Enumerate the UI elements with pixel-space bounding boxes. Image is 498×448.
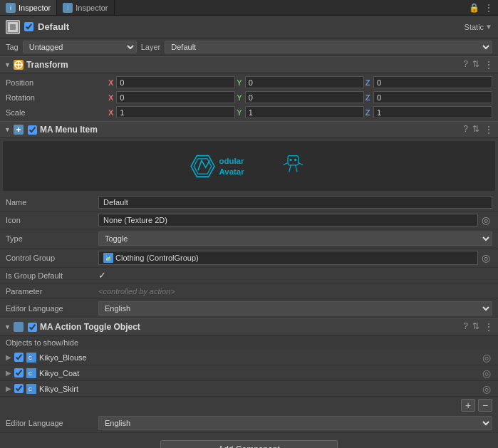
add-item-btn[interactable]: + [461,399,475,412]
blouse-checkbox[interactable] [14,353,24,362]
ma-group-default-label: Is Group Default [6,271,98,280]
ma-menu-help-icon[interactable]: ? [463,124,468,135]
position-y-label: Y [237,78,243,87]
blouse-target-btn[interactable]: ◎ [481,352,492,363]
ma-editor-lang-select[interactable]: English [98,301,492,316]
skirt-checkbox[interactable] [14,384,24,393]
ma-action-section-actions: ? ⇅ ⋮ [463,321,494,333]
layer-select[interactable]: Default [165,41,492,53]
ma-editor-lang-row: Editor Language English [0,299,498,318]
ma-icon-label: Icon [6,216,98,224]
svg-line-15 [298,163,303,165]
static-dropdown-arrow[interactable]: ▼ [485,23,492,31]
rotation-x-field: X [108,91,235,103]
coat-checkbox[interactable] [14,368,24,377]
inspector-window: i Inspector i Inspector 🔒 ⋮ Default Stat… [0,0,498,448]
coat-target-btn[interactable]: ◎ [481,368,492,379]
svg-line-16 [289,165,290,172]
ma-control-group-container: 🎽 Clothing (ControlGroup) ◎ [98,251,492,265]
tab-actions: 🔒 ⋮ [465,0,498,15]
svg-rect-2 [10,24,16,30]
ma-name-value[interactable]: Default [98,196,492,209]
svg-text:C: C [28,371,32,376]
skirt-name: Kikyo_Skirt [39,385,478,393]
scale-row: Scale X Y Z [0,105,498,120]
tab-label-1: Inspector [19,4,51,12]
scrollable-content: Default Static ▼ Tag Untagged Layer Defa… [0,16,498,448]
object-icon [6,20,20,34]
position-y-field: Y [237,76,363,88]
coat-icon: C [26,368,36,378]
ma-icon-picker-btn[interactable]: ◎ [479,214,492,226]
scale-x-input[interactable] [116,106,235,118]
svg-text:odular: odular [219,157,244,165]
transform-section-header: ▼ Transform ? ⇅ ⋮ [0,56,498,73]
ma-menu-enabled-checkbox[interactable] [28,125,37,135]
ma-action-toggle-section-header: ▼ MA Action Toggle Object ? ⇅ ⋮ [0,318,498,335]
rotation-x-label: X [108,93,115,102]
ma-name-row: Name Default [0,194,498,212]
rotation-y-field: Y [237,91,363,103]
list-item-blouse: ▶ C Kikyo_Blouse ◎ [0,350,498,365]
rotation-z-input[interactable] [373,91,492,103]
ma-action-settings-icon[interactable]: ⇅ [472,321,479,333]
rotation-x-input[interactable] [116,91,235,103]
scale-x-field: X [108,106,235,118]
ma-action-help-icon[interactable]: ? [463,321,468,333]
ma-action-enabled-checkbox[interactable] [28,323,37,332]
ma-control-group-value: 🎽 Clothing (ControlGroup) [98,251,478,265]
transform-fields: Position X Y Z [0,73,498,121]
transform-title: Transform [26,60,460,70]
object-enabled-checkbox[interactable] [24,22,33,31]
ma-group-default-check: ✓ [98,270,106,281]
transform-icon [14,60,24,70]
rotation-y-label: Y [237,93,243,102]
tab-spacer [115,0,465,15]
scale-y-input[interactable] [245,106,364,118]
ma-name-label: Name [6,198,98,207]
transform-more-icon[interactable]: ⋮ [484,59,494,71]
lock-icon[interactable]: 🔒 [469,3,479,13]
position-z-input[interactable] [373,76,492,88]
rotation-z-label: Z [365,93,372,102]
ma-type-select[interactable]: Toggle [98,231,492,246]
list-item-coat: ▶ C Kikyo_Coat ◎ [0,365,498,381]
svg-text:C: C [28,387,32,392]
ma-control-group-picker-btn[interactable]: ◎ [479,252,492,264]
ma-parameter-value: <controlled by action> [98,287,175,296]
add-component-button[interactable]: Add Component [160,440,338,448]
ma-action-toggle-section: Objects to show/hide ▶ C Kikyo_Blouse ◎ … [0,335,498,433]
svg-line-14 [283,163,288,165]
scale-z-input[interactable] [373,106,492,118]
svg-point-12 [289,159,291,161]
transform-collapse-arrow[interactable]: ▼ [4,61,11,68]
position-x-input[interactable] [116,76,235,88]
ma-action-more-icon[interactable]: ⋮ [484,321,494,333]
ma-menu-collapse-arrow[interactable]: ▼ [4,126,11,133]
position-x-label: X [108,78,115,87]
transform-help-icon[interactable]: ? [463,59,468,71]
tab-bar: i Inspector i Inspector 🔒 ⋮ [0,0,498,16]
ma-menu-more-icon[interactable]: ⋮ [484,124,494,135]
tag-select[interactable]: Untagged [23,41,137,53]
position-x-field: X [108,76,235,88]
position-label: Position [6,78,105,87]
position-xyz: X Y Z [108,76,492,88]
blouse-expand: ▶ [6,353,11,361]
skirt-target-btn[interactable]: ◎ [481,383,492,395]
ma-menu-settings-icon[interactable]: ⇅ [472,124,479,135]
transform-settings-icon[interactable]: ⇅ [472,59,479,71]
rotation-y-input[interactable] [245,91,364,103]
more-icon[interactable]: ⋮ [484,2,494,14]
tab-inspector-1[interactable]: i Inspector [0,0,57,15]
remove-item-btn[interactable]: − [478,399,492,412]
rotation-row: Rotation X Y Z [0,90,498,105]
ma-action-collapse-arrow[interactable]: ▼ [4,323,11,330]
ma-action-editor-lang-select[interactable]: English [98,416,492,430]
scale-y-label: Y [237,108,243,117]
tab-inspector-2[interactable]: i Inspector [57,0,114,15]
coat-name: Kikyo_Coat [39,369,478,377]
add-component-area: Add Component [0,433,498,448]
list-item-skirt: ▶ C Kikyo_Skirt ◎ [0,381,498,397]
position-y-input[interactable] [245,76,364,88]
